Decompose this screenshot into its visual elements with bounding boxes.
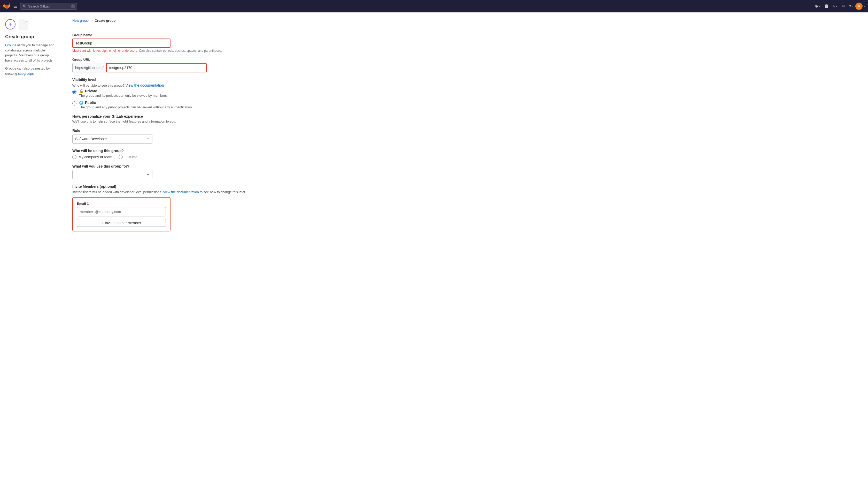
- who-radio-row: My company or team Just me: [72, 155, 284, 159]
- sidebar-title: Create group: [5, 34, 57, 39]
- merge-requests-button[interactable]: ⑂ ▾: [832, 3, 839, 9]
- personalize-title: Now, personalize your GitLab experience: [72, 114, 284, 118]
- visibility-section-title: Visibility level: [72, 78, 284, 82]
- company-team-option[interactable]: My company or team: [72, 155, 113, 159]
- page-wrapper: + Create group Groups allow you to manag…: [0, 12, 868, 482]
- bell-icon: ✉: [841, 4, 845, 8]
- mr-chevron-icon: ▾: [836, 5, 837, 8]
- subgroups-link[interactable]: subgroups: [18, 72, 34, 76]
- search-input-placeholder: Search GitLab: [28, 4, 50, 8]
- public-option-content: 🌐 Public The group and any public projec…: [79, 101, 193, 109]
- top-navigation: ☰ 🔍 Search GitLab / ⊕ ▾ 📋 ⑂ ▾ ✉ ? ▾ A ▾: [0, 0, 868, 12]
- sidebar: + Create group Groups allow you to manag…: [0, 12, 62, 482]
- what-select[interactable]: Open source project Internal team projec…: [72, 170, 152, 179]
- who-label: Who will be using this group?: [72, 149, 284, 153]
- lock-icon: 🔒: [79, 89, 84, 93]
- personalize-section: Now, personalize your GitLab experience …: [72, 114, 284, 123]
- invite-another-label: + Invite another member: [102, 221, 141, 225]
- user-avatar[interactable]: A: [855, 3, 863, 10]
- private-label-text: Private: [85, 89, 97, 93]
- invite-desc-text1: Invited users will be added with develop…: [72, 190, 162, 194]
- snippets-button[interactable]: 📋: [823, 3, 831, 9]
- hamburger-menu-icon[interactable]: ☰: [12, 3, 18, 10]
- public-label[interactable]: 🌐 Public: [79, 101, 193, 105]
- globe-icon: 🌐: [79, 101, 84, 105]
- group-name-field-group: Group name Must start with letter, digit…: [72, 33, 284, 53]
- email1-input[interactable]: [77, 207, 166, 217]
- sidebar-description-2: Groups can also be nested by creating su…: [5, 66, 57, 76]
- create-chevron-icon: ▾: [819, 5, 820, 8]
- search-icon: 🔍: [23, 4, 27, 8]
- url-row: https://gitlab.com/: [72, 63, 207, 73]
- group-name-label: Group name: [72, 33, 284, 37]
- visibility-question: Who will be able to see this group?: [72, 84, 125, 87]
- public-radio[interactable]: [72, 102, 76, 106]
- invite-desc-text2: to see how to change this later.: [200, 190, 246, 194]
- just-me-option[interactable]: Just me: [119, 155, 137, 159]
- search-bar[interactable]: 🔍 Search GitLab /: [20, 3, 77, 9]
- group-url-label: Group URL: [72, 58, 284, 61]
- private-radio[interactable]: [72, 90, 76, 94]
- sidebar-description: Groups allow you to manage and collabora…: [5, 42, 57, 63]
- private-option: 🔒 Private The group and its projects can…: [72, 89, 284, 97]
- who-field-group: Who will be using this group? My company…: [72, 149, 284, 159]
- new-group-icon: +: [5, 19, 16, 29]
- public-label-text: Public: [85, 101, 96, 105]
- private-option-content: 🔒 Private The group and its projects can…: [79, 89, 168, 97]
- personalize-desc: We'll use this to help surface the right…: [72, 119, 284, 123]
- breadcrumb-parent-link[interactable]: New group: [72, 19, 89, 23]
- visibility-field-group: Visibility level Who will be able to see…: [72, 78, 284, 109]
- snippet-icon: 📋: [824, 4, 829, 8]
- groups-link[interactable]: Groups: [5, 43, 16, 47]
- gitlab-logo[interactable]: [3, 2, 10, 10]
- breadcrumb-separator: >: [91, 19, 93, 23]
- group-url-input[interactable]: [106, 63, 207, 73]
- notifications-button[interactable]: ✉: [840, 3, 846, 9]
- create-new-button[interactable]: ⊕ ▾: [813, 3, 822, 9]
- breadcrumb-current: Create group: [95, 19, 116, 23]
- private-desc: The group and its projects can only be v…: [79, 94, 168, 97]
- sidebar-icon-area: +: [5, 19, 57, 30]
- invite-members-label: Invite Members (optional): [72, 185, 284, 189]
- group-name-hint: Must start with letter, digit, emoji, or…: [72, 49, 284, 53]
- what-field-group: What will you use this group for? Open s…: [72, 164, 284, 179]
- invite-doc-link[interactable]: View the documentation: [163, 190, 199, 194]
- sidebar-desc2-end: .: [34, 72, 35, 76]
- company-team-radio[interactable]: [72, 155, 76, 159]
- help-button[interactable]: ? ▾: [847, 3, 854, 9]
- group-url-field-group: Group URL https://gitlab.com/: [72, 58, 284, 73]
- breadcrumb: New group > Create group: [72, 19, 284, 23]
- avatar-chevron-icon: ▾: [864, 5, 865, 8]
- group-name-hint-normal: Can also contain periods, dashes, spaces…: [138, 49, 222, 53]
- url-prefix: https://gitlab.com/: [72, 63, 106, 73]
- invite-box: Email 1 + Invite another member: [72, 197, 170, 231]
- merge-request-icon: ⑂: [833, 4, 835, 8]
- group-name-error: Must start with letter, digit, emoji, or…: [72, 49, 138, 53]
- slash-shortcut-badge: /: [71, 4, 75, 8]
- question-icon: ?: [849, 4, 851, 8]
- divider: [72, 28, 284, 28]
- email1-label: Email 1: [77, 202, 166, 205]
- company-team-label: My company or team: [79, 155, 113, 159]
- main-content: New group > Create group Group name Must…: [62, 12, 294, 482]
- just-me-label: Just me: [125, 155, 137, 159]
- public-option: 🌐 Public The group and any public projec…: [72, 101, 284, 109]
- document-icon: [19, 19, 28, 30]
- what-label: What will you use this group for?: [72, 164, 284, 168]
- plus-icon: ⊕: [815, 4, 818, 8]
- invite-another-button[interactable]: + Invite another member: [77, 219, 166, 227]
- help-chevron-icon: ▾: [851, 5, 853, 8]
- avatar-initials: A: [858, 4, 860, 8]
- just-me-radio[interactable]: [119, 155, 123, 159]
- role-label: Role: [72, 129, 284, 133]
- visibility-header: Who will be able to see this group? View…: [72, 83, 284, 87]
- private-label[interactable]: 🔒 Private: [79, 89, 168, 93]
- group-name-input[interactable]: [72, 38, 170, 48]
- role-field-group: Role Software Developer Designer Product…: [72, 129, 284, 143]
- visibility-doc-link[interactable]: View the documentation: [126, 83, 164, 87]
- role-select[interactable]: Software Developer Designer Product Mana…: [72, 134, 152, 143]
- topnav-right-area: ⊕ ▾ 📋 ⑂ ▾ ✉ ? ▾ A ▾: [813, 3, 865, 10]
- public-desc: The group and any public projects can be…: [79, 105, 193, 109]
- invite-members-desc: Invited users will be added with develop…: [72, 190, 284, 194]
- invite-members-section: Invite Members (optional) Invited users …: [72, 185, 284, 231]
